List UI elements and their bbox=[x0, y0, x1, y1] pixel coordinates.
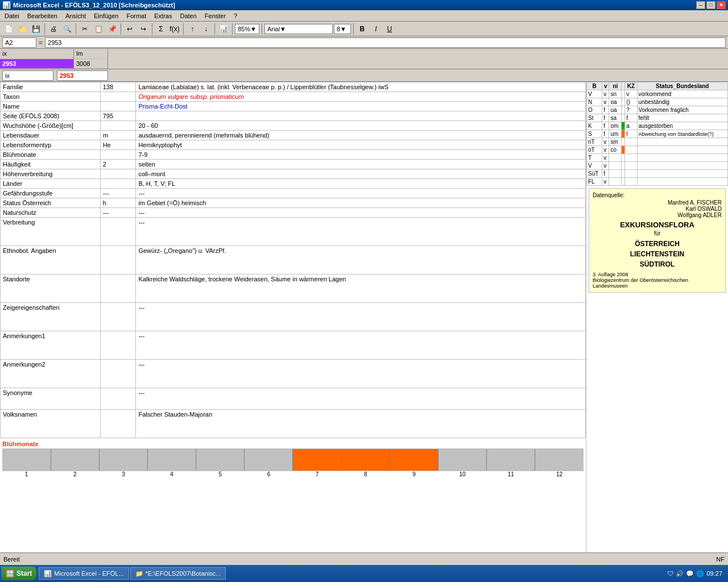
undo-button[interactable]: ↩ bbox=[123, 23, 136, 35]
authors-block: Manfred A. FISCHERKarl OSWALDWolfgang AD… bbox=[593, 199, 722, 218]
month-2 bbox=[51, 449, 100, 471]
value-bluehmonate-text: 7-9 bbox=[136, 150, 586, 160]
status-row: K f om a ausgestorben bbox=[587, 122, 728, 130]
name-value-box[interactable]: 2953 bbox=[57, 70, 108, 81]
status-f-4: f bbox=[602, 130, 609, 138]
label-volksnamen: Volksnamen bbox=[1, 410, 101, 438]
table-row: Gefährdungsstufe --- --- bbox=[1, 189, 586, 198]
status-f-5: f bbox=[602, 170, 609, 178]
sort-desc-button[interactable]: ↓ bbox=[200, 23, 212, 35]
minimize-button[interactable]: ─ bbox=[696, 1, 705, 9]
value-zeiger-empty bbox=[100, 303, 136, 331]
status-FL: FL bbox=[587, 178, 602, 186]
value-name-empty bbox=[100, 102, 136, 111]
font-size-selector[interactable]: 8 ▼ bbox=[334, 24, 351, 34]
restore-button[interactable]: □ bbox=[706, 1, 715, 9]
status-kz-6 bbox=[625, 146, 637, 154]
label-taxon: Taxon bbox=[1, 92, 101, 102]
menu-fenster[interactable]: Fenster bbox=[201, 11, 229, 20]
menu-format[interactable]: Format bbox=[123, 11, 150, 20]
sum-button[interactable]: Σ bbox=[155, 23, 167, 35]
formula-input[interactable]: 2953 bbox=[45, 38, 726, 48]
copy-button[interactable]: 📋 bbox=[92, 23, 105, 35]
start-button[interactable]: 🪟 Start bbox=[1, 567, 36, 580]
table-row: Verbreitung --- bbox=[1, 218, 586, 246]
status-N: N bbox=[587, 98, 602, 106]
taskbar-item-file[interactable]: 📁 *E:\EFOLS2007\Botanisc... bbox=[130, 567, 226, 580]
menu-extras[interactable]: Extras bbox=[151, 11, 175, 20]
edition-block: 3. Auflage 2008 Biologiezentrum der Ober… bbox=[593, 272, 722, 289]
data-table: Familie 138 Lamiaceae (Labiatae) s. lat.… bbox=[0, 82, 586, 438]
label-haeufigkeit: Häufigkeit bbox=[1, 160, 101, 169]
month-12 bbox=[535, 449, 583, 471]
month-num-7: 7 bbox=[293, 471, 341, 477]
col-header-status: Status_Bundesland bbox=[637, 82, 727, 90]
status-row: oT v co bbox=[587, 146, 728, 154]
paste-button[interactable]: 📌 bbox=[106, 23, 118, 35]
label-laender: Länder bbox=[1, 179, 101, 189]
value-wuchshoehe-text: 20 - 60 bbox=[136, 121, 586, 131]
table-row: Naturschutz --- --- bbox=[1, 208, 586, 218]
table-row: Volksnamen Falscher Stauden-Majoran bbox=[1, 410, 586, 438]
menu-daten[interactable]: Daten bbox=[176, 11, 200, 20]
table-row: Anmerkungen2 --- bbox=[1, 360, 586, 388]
right-panel: B v ni KZ Status_Bundesland V v sn v bbox=[586, 82, 728, 552]
bold-button[interactable]: B bbox=[356, 23, 369, 35]
toolbar-separator-2 bbox=[76, 23, 76, 35]
save-button[interactable]: 💾 bbox=[30, 23, 42, 35]
open-button[interactable]: 📁 bbox=[16, 23, 28, 35]
menu-datei[interactable]: Datei bbox=[1, 11, 23, 20]
value-verbreitung-text: --- bbox=[136, 218, 586, 246]
cut-button[interactable]: ✂ bbox=[78, 23, 91, 35]
status-row: V v sn v vorkommend bbox=[587, 90, 728, 98]
menu-bearbeiten[interactable]: Bearbeiten bbox=[24, 11, 61, 20]
value-status-text: im Gebiet (=Ö) heimisch bbox=[136, 198, 586, 208]
italic-button[interactable]: I bbox=[370, 23, 382, 35]
print-button[interactable]: 🖨 bbox=[47, 23, 60, 35]
function-button[interactable]: f(x) bbox=[168, 23, 181, 35]
cell-ix-value[interactable]: 2953 bbox=[0, 59, 73, 69]
sort-asc-button[interactable]: ↑ bbox=[186, 23, 198, 35]
formula-equals: = bbox=[39, 39, 43, 47]
menu-einfuegen[interactable]: Einfügen bbox=[90, 11, 122, 20]
value-haeufigkeit-2: 2 bbox=[100, 160, 136, 169]
title-bar: 📊 Microsoft Excel - EFÖLS3_12_2010 [Schr… bbox=[0, 0, 728, 10]
status-kz-f: f bbox=[625, 114, 637, 122]
value-anmerkungen1-text: --- bbox=[136, 331, 586, 360]
new-button[interactable]: 📄 bbox=[2, 23, 15, 35]
status-co: co bbox=[609, 146, 622, 154]
value-ethnobot-text: Gewürz- („Oregano") u. VArzPf. bbox=[136, 246, 586, 275]
name-box[interactable]: ix bbox=[2, 70, 53, 81]
menu-help[interactable]: ? bbox=[230, 11, 241, 20]
value-lebensformentyp-he: He bbox=[100, 140, 136, 150]
chart-button[interactable]: 📊 bbox=[217, 23, 230, 35]
close-button[interactable]: ✕ bbox=[717, 1, 726, 9]
label-status-oesterreich: Status Österreich bbox=[1, 198, 101, 208]
regions-block: ÖSTERREICHLIECHTENSTEINSÜDTIROL bbox=[593, 239, 722, 269]
table-row: Anmerkungen1 --- bbox=[1, 331, 586, 360]
cell-lm-value[interactable]: 3008 bbox=[74, 59, 107, 69]
status-text-10 bbox=[637, 178, 727, 186]
windows-icon: 🪟 bbox=[6, 569, 14, 577]
book-subtitle: für bbox=[593, 230, 722, 236]
redo-button[interactable]: ↪ bbox=[137, 23, 150, 35]
taskbar-item-excel[interactable]: 📊 Microsoft Excel - EFÖL... bbox=[39, 567, 129, 580]
title-text: Microsoft Excel - EFÖLS3_12_2010 [Schrei… bbox=[13, 2, 175, 9]
month-8 bbox=[342, 449, 390, 471]
tray-icon-2: 🔊 bbox=[676, 570, 684, 577]
status-v-3: v bbox=[602, 138, 609, 146]
status-kz-paren: () bbox=[625, 98, 637, 106]
status-text-5 bbox=[637, 138, 727, 146]
toolbar: 📄 📁 💾 🖨 🔍 ✂ 📋 📌 ↩ ↪ Σ f(x) ↑ ↓ 📊 85% ▼ A… bbox=[0, 22, 728, 36]
value-name-text: Prisma-Echt-Dost bbox=[136, 102, 586, 111]
zoom-control[interactable]: 85% ▼ bbox=[235, 24, 259, 34]
preview-button[interactable]: 🔍 bbox=[61, 23, 73, 35]
status-oa: oa bbox=[609, 98, 622, 106]
label-lebensdauer: Lebensdauer bbox=[1, 131, 101, 140]
month-numbers: 1 2 3 4 5 6 7 8 9 10 11 12 bbox=[2, 471, 584, 477]
underline-button[interactable]: U bbox=[383, 23, 396, 35]
menu-ansicht[interactable]: Ansicht bbox=[62, 11, 89, 20]
font-selector[interactable]: Arial ▼ bbox=[264, 24, 333, 34]
value-anmerkungen2-empty bbox=[100, 360, 136, 388]
cell-reference[interactable]: A2 bbox=[2, 38, 36, 48]
